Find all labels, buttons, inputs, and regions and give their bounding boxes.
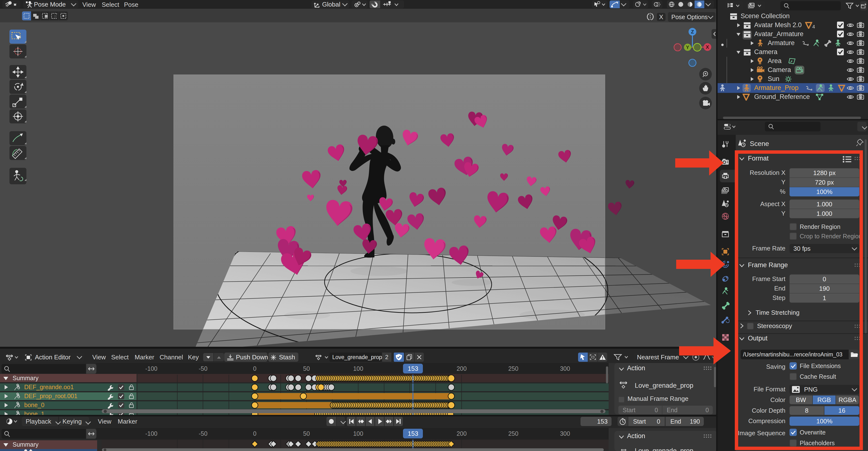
svg-text:Y: Y bbox=[686, 45, 689, 50]
svg-text:Z: Z bbox=[691, 29, 694, 34]
svg-text:X: X bbox=[706, 45, 709, 50]
